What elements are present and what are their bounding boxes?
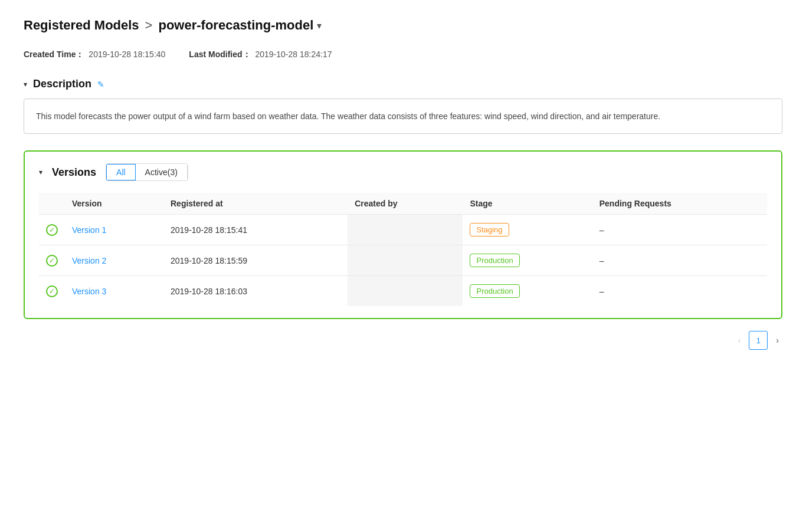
stage-cell: Production	[463, 245, 592, 276]
col-pending-requests: Pending Requests	[592, 193, 767, 215]
description-text-box: This model forecasts the power output of…	[24, 98, 782, 134]
col-created-by: Created by	[348, 193, 463, 215]
row-check-icon: ✓	[39, 215, 65, 245]
created-label: Created Time：	[24, 50, 84, 59]
stage-badge: Staging	[470, 223, 509, 237]
versions-tab-group: All Active(3)	[106, 163, 188, 181]
versions-table: Version Registered at Created by Stage P…	[39, 193, 767, 306]
pending-requests: –	[592, 245, 767, 276]
next-page-arrow[interactable]: ›	[772, 333, 782, 347]
created-by	[348, 215, 463, 245]
col-check	[39, 193, 65, 215]
col-registered-at: Registered at	[163, 193, 348, 215]
table-row: ✓Version 12019-10-28 18:15:41Staging–	[39, 215, 767, 245]
description-edit-icon[interactable]: ✎	[97, 80, 104, 89]
pending-requests: –	[592, 215, 767, 245]
pagination: ‹ 1 ›	[24, 331, 782, 350]
stage-badge: Production	[470, 254, 519, 267]
stage-cell: Production	[463, 276, 592, 307]
registered-at: 2019-10-28 18:15:41	[163, 215, 348, 245]
registered-at: 2019-10-28 18:15:59	[163, 245, 348, 276]
created-by	[348, 276, 463, 307]
model-name: power-forecasting-model	[158, 18, 313, 33]
description-text: This model forecasts the power output of…	[36, 111, 660, 121]
created-time: Created Time： 2019-10-28 18:15:40	[24, 50, 165, 60]
version-link[interactable]: Version 1	[65, 215, 163, 245]
table-row: ✓Version 22019-10-28 18:15:59Production–	[39, 245, 767, 276]
row-check-icon: ✓	[39, 276, 65, 307]
tab-all[interactable]: All	[106, 163, 136, 181]
col-stage: Stage	[463, 193, 592, 215]
versions-section: ▾ Versions All Active(3) Version Registe…	[24, 150, 782, 319]
page-1-button[interactable]: 1	[749, 331, 768, 350]
last-modified: Last Modified： 2019-10-28 18:24:17	[189, 50, 332, 60]
modified-value: 2019-10-28 18:24:17	[255, 50, 332, 59]
version-link[interactable]: Version 2	[65, 245, 163, 276]
version-link[interactable]: Version 3	[65, 276, 163, 307]
stage-badge: Production	[470, 284, 519, 298]
versions-title: Versions	[52, 166, 96, 179]
description-title: Description	[33, 78, 91, 90]
modified-label: Last Modified：	[189, 50, 250, 59]
table-row: ✓Version 32019-10-28 18:16:03Production–	[39, 276, 767, 307]
stage-cell: Staging	[463, 215, 592, 245]
breadcrumb: Registered Models > power-forecasting-mo…	[24, 18, 782, 33]
prev-page-arrow[interactable]: ‹	[735, 333, 745, 347]
meta-info: Created Time： 2019-10-28 18:15:40 Last M…	[24, 50, 782, 60]
versions-header: ▾ Versions All Active(3)	[39, 163, 767, 181]
versions-collapse-arrow[interactable]: ▾	[39, 168, 42, 176]
created-value: 2019-10-28 18:15:40	[89, 50, 165, 59]
description-collapse-arrow[interactable]: ▾	[24, 80, 27, 88]
breadcrumb-root[interactable]: Registered Models	[24, 18, 139, 33]
tab-active[interactable]: Active(3)	[136, 164, 188, 180]
breadcrumb-separator: >	[145, 18, 153, 33]
registered-at: 2019-10-28 18:16:03	[163, 276, 348, 307]
description-section-header: ▾ Description ✎	[24, 78, 782, 90]
row-check-icon: ✓	[39, 245, 65, 276]
created-by	[348, 245, 463, 276]
pending-requests: –	[592, 276, 767, 307]
model-dropdown-arrow[interactable]: ▾	[317, 20, 322, 31]
col-version: Version	[65, 193, 163, 215]
